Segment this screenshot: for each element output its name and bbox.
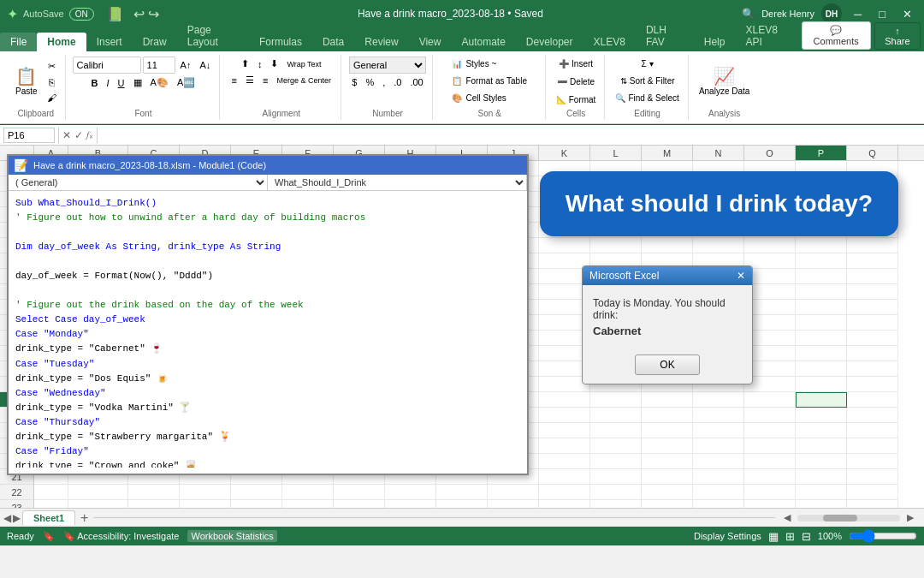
- tab-developer[interactable]: Developer: [516, 33, 583, 51]
- cell-22-7[interactable]: [385, 485, 436, 500]
- share-btn[interactable]: ↑ Share: [874, 22, 921, 50]
- page-break-view-btn[interactable]: ⊟: [802, 530, 811, 543]
- cell-22-15[interactable]: [796, 485, 847, 500]
- cell-17-15[interactable]: [796, 408, 847, 423]
- cell-19-12[interactable]: [642, 438, 693, 454]
- wrap-text-btn[interactable]: Wrap Text: [283, 58, 324, 70]
- find-select-btn[interactable]: 🔍 Find & Select: [612, 91, 682, 105]
- autosave-toggle[interactable]: ON: [69, 8, 94, 21]
- sheet-tab-sheet1[interactable]: Sheet1: [22, 510, 75, 525]
- cell-22-12[interactable]: [642, 485, 693, 500]
- cell-22-16[interactable]: [847, 485, 898, 500]
- cell-20-16[interactable]: [847, 454, 898, 469]
- insert-btn[interactable]: ➕ Insert: [555, 57, 596, 71]
- search-btn[interactable]: 🔍: [742, 8, 755, 20]
- vba-object-dropdown[interactable]: ( General): [9, 175, 268, 190]
- cell-styles-btn[interactable]: 🎨 Cell Styles: [448, 91, 509, 105]
- cell-6-14[interactable]: [744, 238, 796, 253]
- cell-21-14[interactable]: [744, 469, 796, 485]
- cell-20-10[interactable]: [539, 454, 590, 469]
- sum-btn[interactable]: Σ ▾: [638, 57, 657, 71]
- tab-view[interactable]: View: [409, 33, 452, 51]
- cell-16-10[interactable]: [539, 392, 590, 408]
- tab-xlev8-api[interactable]: XLEV8 API: [735, 21, 801, 51]
- confirm-formula-icon[interactable]: ✓: [74, 129, 83, 141]
- number-format-select[interactable]: General: [349, 57, 426, 74]
- cell-18-12[interactable]: [642, 423, 693, 438]
- add-sheet-btn[interactable]: +: [77, 510, 92, 526]
- align-right-btn[interactable]: ≡: [259, 74, 271, 87]
- cell-21-11[interactable]: [590, 469, 642, 485]
- cell-6-15[interactable]: [796, 238, 847, 253]
- sort-filter-btn[interactable]: ⇅ Sort & Filter: [617, 74, 678, 88]
- cell-21-13[interactable]: [693, 469, 744, 485]
- tab-data[interactable]: Data: [312, 33, 354, 51]
- redo-btn[interactable]: ↪: [148, 6, 159, 22]
- decrease-font-btn[interactable]: A↓: [196, 58, 214, 72]
- cell-20-11[interactable]: [590, 454, 642, 469]
- tab-formulas[interactable]: Formulas: [249, 33, 312, 51]
- cell-17-13[interactable]: [693, 408, 744, 423]
- underline-button[interactable]: U: [115, 76, 128, 90]
- tab-draw[interactable]: Draw: [133, 33, 177, 51]
- cell-19-15[interactable]: [796, 438, 847, 454]
- tab-insert[interactable]: Insert: [86, 33, 133, 51]
- cell-22-5[interactable]: [282, 485, 334, 500]
- align-center-btn[interactable]: ☰: [242, 73, 258, 87]
- cell-19-10[interactable]: [539, 438, 590, 454]
- col-header-p[interactable]: P: [796, 146, 847, 160]
- cell-19-13[interactable]: [693, 438, 744, 454]
- cell-20-14[interactable]: [744, 454, 796, 469]
- italic-button[interactable]: I: [104, 76, 113, 90]
- col-header-k[interactable]: K: [539, 146, 590, 160]
- cell-18-16[interactable]: [847, 423, 898, 438]
- tab-help[interactable]: Help: [694, 33, 736, 51]
- cell-13-16[interactable]: [847, 346, 898, 361]
- undo-btn[interactable]: ↩: [133, 6, 145, 22]
- display-settings-btn[interactable]: Display Settings: [694, 531, 761, 541]
- cell-20-12[interactable]: [642, 454, 693, 469]
- cell-22-11[interactable]: [590, 485, 642, 500]
- row-22[interactable]: 22: [0, 485, 33, 500]
- cell-12-15[interactable]: [796, 331, 847, 346]
- msgbox-close-btn[interactable]: ✕: [737, 270, 745, 282]
- cell-18-10[interactable]: [539, 423, 590, 438]
- cell-9-15[interactable]: [796, 284, 847, 300]
- tab-automate[interactable]: Automate: [451, 33, 515, 51]
- cell-17-14[interactable]: [744, 408, 796, 423]
- format-painter-button[interactable]: 🖌: [44, 91, 60, 104]
- cell-12-16[interactable]: [847, 331, 898, 346]
- cancel-formula-icon[interactable]: ✕: [62, 129, 71, 141]
- cell-14-16[interactable]: [847, 361, 898, 377]
- h-scrollbar-thumb[interactable]: [823, 515, 857, 521]
- maximize-btn[interactable]: □: [874, 6, 891, 22]
- merge-center-btn[interactable]: Merge & Center: [273, 74, 335, 86]
- cell-22-9[interactable]: [488, 485, 539, 500]
- cell-20-13[interactable]: [693, 454, 744, 469]
- cell-6-13[interactable]: [693, 238, 744, 253]
- col-header-l[interactable]: L: [590, 146, 642, 160]
- cell-17-16[interactable]: [847, 408, 898, 423]
- normal-view-btn[interactable]: ▦: [768, 530, 779, 543]
- font-size-input[interactable]: [143, 57, 175, 74]
- workbook-stats-btn[interactable]: Workbook Statistics: [187, 530, 276, 542]
- cell-10-15[interactable]: [796, 300, 847, 315]
- comments-btn[interactable]: 💬 Comments: [802, 21, 871, 50]
- cut-button[interactable]: ✂: [44, 59, 60, 74]
- percent-btn[interactable]: %: [362, 75, 377, 89]
- fill-color-btn[interactable]: A🎨: [147, 75, 172, 90]
- format-as-table-btn[interactable]: 📋 Format as Table: [448, 74, 530, 88]
- cell-7-15[interactable]: [796, 253, 847, 269]
- cell-22-13[interactable]: [693, 485, 744, 500]
- currency-btn[interactable]: $: [348, 75, 360, 89]
- cell-21-16[interactable]: [847, 469, 898, 485]
- vba-title-bar[interactable]: 📝 Have a drink macro_2023-08-18.xlsm - M…: [9, 156, 527, 175]
- cell-9-16[interactable]: [847, 284, 898, 300]
- cell-6-16[interactable]: [847, 238, 898, 253]
- cell-13-15[interactable]: [796, 346, 847, 361]
- cell-22-10[interactable]: [539, 485, 590, 500]
- conditional-formatting-btn[interactable]: 📊 Styles ~: [448, 57, 500, 71]
- vba-code-area[interactable]: Sub What_Should_I_Drink() ' Figure out h…: [9, 191, 527, 468]
- cell-16-13[interactable]: [693, 392, 744, 408]
- cell-19-14[interactable]: [744, 438, 796, 454]
